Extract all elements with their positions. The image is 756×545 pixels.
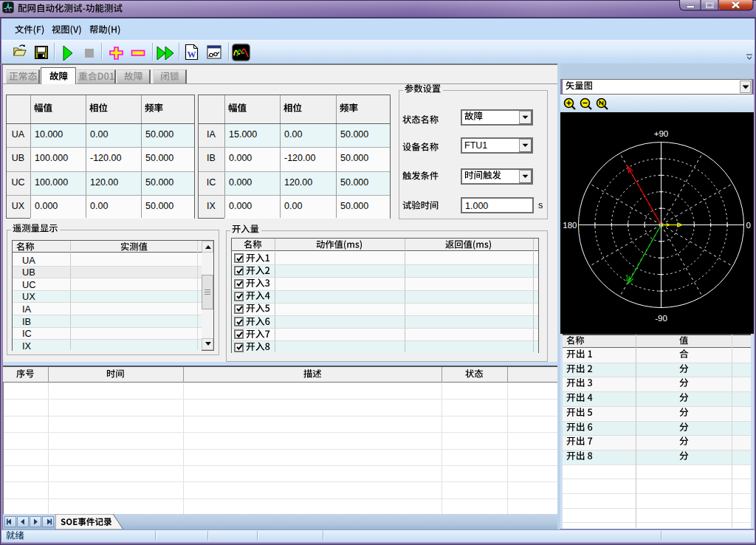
svg-text:W: W [188, 49, 196, 60]
svg-text:-90: -90 [655, 314, 667, 323]
svg-text:1: 1 [625, 274, 630, 282]
svg-text:+90: +90 [654, 129, 669, 138]
svg-text:180: 180 [563, 221, 577, 230]
svg-text:0: 0 [746, 221, 751, 230]
